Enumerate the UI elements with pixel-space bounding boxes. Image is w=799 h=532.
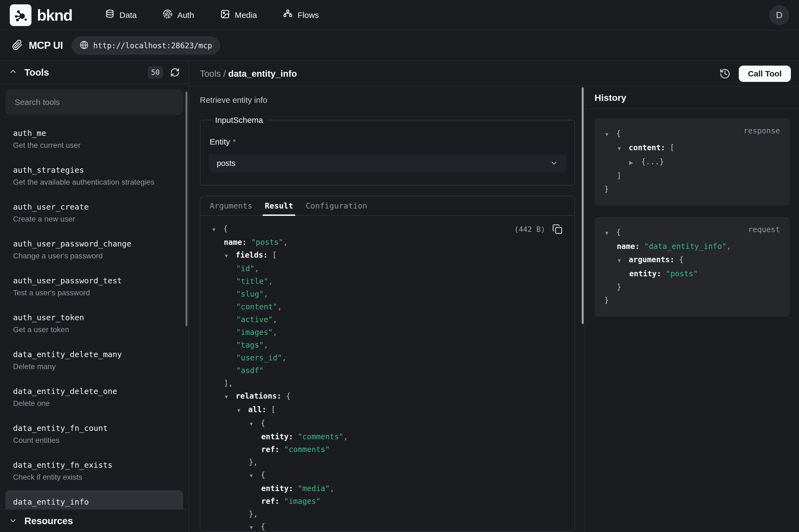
tab-arguments[interactable]: Arguments — [210, 196, 252, 215]
history-entry-tag: request — [748, 225, 780, 234]
json-line: } — [604, 294, 780, 307]
collapse-toggle-icon[interactable]: ▼ — [604, 226, 616, 240]
collapse-toggle-icon[interactable]: ▼ — [249, 469, 261, 482]
nav-item-label: Flows — [298, 11, 319, 20]
tools-sidebar: Tools 50 auth_me Get the current user au… — [0, 61, 189, 532]
tool-list-item[interactable]: auth_user_password_change Change a user'… — [5, 232, 183, 267]
tool-name: auth_user_password_change — [13, 239, 175, 248]
collapse-toggle-icon[interactable]: ▼ — [617, 254, 629, 267]
json-line: ▼arguments: { — [604, 253, 780, 267]
tool-description: Get a user token — [13, 325, 175, 334]
tool-name: data_entity_info — [13, 497, 175, 507]
tool-description: Get the current user — [13, 141, 175, 150]
json-line: ▼all: [ — [211, 403, 564, 417]
tool-description: Create a new user — [13, 215, 175, 224]
history-title: History — [594, 93, 626, 103]
tool-list-item[interactable]: auth_user_password_test Test a user's pa… — [5, 269, 183, 304]
sidebar-scrollbar[interactable] — [186, 92, 187, 326]
tool-name: auth_user_token — [13, 313, 175, 322]
chevron-up-icon — [9, 68, 17, 77]
tool-list-item[interactable]: data_entity_fn_count Count entities — [5, 417, 183, 452]
collapse-toggle-icon[interactable]: ▼ — [617, 142, 629, 155]
tool-list-item[interactable]: auth_me Get the current user — [5, 121, 183, 157]
resources-title: Resources — [24, 515, 73, 526]
top-nav: bknd Data Auth Media — [0, 0, 799, 31]
json-line: }, — [211, 456, 564, 469]
json-line: ▼{ — [211, 520, 564, 531]
result-meta: (442 B) — [514, 224, 563, 234]
user-avatar[interactable]: D — [769, 5, 789, 25]
image-icon — [220, 9, 230, 21]
mcp-url-pill[interactable]: http://localhost:28623/mcp — [72, 36, 220, 55]
brand-name: bknd — [37, 6, 72, 24]
tool-name: data_entity_delete_many — [13, 350, 175, 359]
json-line: entity: "comments", — [211, 430, 564, 443]
json-line: "tags", — [211, 339, 564, 352]
history-entry-response[interactable]: response ▼{▼content: [▶{...}]} — [594, 118, 790, 206]
json-line: ] — [604, 169, 780, 183]
nav-item-auth[interactable]: Auth — [163, 9, 194, 21]
json-line: ▼content: [ — [604, 141, 780, 155]
tool-list-item[interactable]: auth_user_create Create a new user — [5, 195, 183, 230]
tool-list-item[interactable]: data_entity_delete_one Delete one — [5, 380, 183, 415]
tool-list-item[interactable]: data_entity_fn_exists Check if entity ex… — [5, 453, 183, 489]
tool-description: Get the available authentication strateg… — [13, 178, 175, 187]
tool-list-item[interactable]: auth_strategies Get the available authen… — [5, 158, 183, 194]
main-header: Tools / data_entity_info Call Tool — [189, 61, 799, 87]
tool-detail-description: Retrieve entity info — [200, 95, 575, 104]
json-line: ], — [211, 377, 564, 390]
tab-result[interactable]: Result — [265, 196, 293, 215]
input-schema-fieldset: InputSchema Entity* posts — [200, 115, 575, 186]
breadcrumb-section[interactable]: Tools — [200, 69, 221, 79]
history-entry-request[interactable]: request ▼{name: "data_entity_info",▼argu… — [594, 217, 790, 317]
required-marker: * — [233, 137, 236, 146]
search-wrap — [0, 84, 189, 120]
collapse-toggle-icon[interactable]: ▼ — [224, 391, 236, 403]
tool-description: Test a user's password — [13, 288, 175, 297]
expand-toggle-icon[interactable]: ▶ — [629, 156, 641, 169]
json-line: ref: "images" — [211, 495, 564, 508]
nav-item-media[interactable]: Media — [220, 9, 257, 21]
refresh-icon[interactable] — [170, 68, 180, 77]
json-line: "asdf" — [211, 364, 564, 377]
main-scrollbar[interactable] — [582, 87, 584, 324]
history-cards: response ▼{▼content: [▶{...}]} request ▼… — [585, 109, 799, 326]
collapse-toggle-icon[interactable]: ▼ — [604, 128, 616, 141]
history-clock-icon[interactable] — [719, 68, 731, 79]
tab-configuration[interactable]: Configuration — [306, 196, 367, 215]
result-json-viewer: (442 B) ▼{name: "posts",▼fields: ["id","… — [201, 216, 574, 531]
json-line: } — [604, 183, 780, 196]
resources-section-header[interactable]: Resources — [0, 509, 189, 532]
collapse-toggle-icon[interactable]: ▼ — [211, 223, 223, 236]
collapse-toggle-icon[interactable]: ▼ — [249, 521, 261, 531]
nav-item-flows[interactable]: Flows — [283, 9, 319, 21]
json-line: "content", — [211, 300, 564, 313]
tools-title: Tools — [24, 67, 49, 78]
tool-detail-panel: Retrieve entity info InputSchema Entity*… — [189, 87, 585, 532]
history-panel: History response ▼{▼content: [▶{...}]} r… — [585, 87, 799, 532]
tool-description: Count entities — [13, 436, 175, 445]
tool-list-item[interactable]: data_entity_delete_many Delete many — [5, 343, 183, 378]
fingerprint-icon — [163, 9, 172, 21]
tool-name: data_entity_fn_exists — [13, 460, 175, 470]
json-line: entity: "posts" — [604, 267, 780, 280]
collapse-toggle-icon[interactable]: ▼ — [236, 404, 248, 417]
tool-name: data_entity_delete_one — [13, 387, 175, 396]
tool-list-item[interactable]: auth_user_token Get a user token — [5, 306, 183, 341]
workflow-icon — [283, 9, 293, 21]
breadcrumb: Tools / data_entity_info — [200, 69, 297, 79]
collapse-toggle-icon[interactable]: ▼ — [224, 249, 236, 262]
collapse-toggle-icon[interactable]: ▼ — [249, 418, 261, 430]
search-tools-input[interactable] — [5, 90, 183, 115]
entity-select[interactable]: posts — [209, 154, 566, 172]
nav-item-data[interactable]: Data — [105, 9, 137, 21]
copy-icon[interactable] — [552, 224, 563, 234]
entity-field-label: Entity* — [210, 137, 566, 147]
tool-list-item[interactable]: data_entity_info Retrieve entity info — [5, 490, 183, 509]
tools-section-header[interactable]: Tools 50 — [0, 61, 189, 84]
json-line: name: "posts", — [211, 236, 564, 249]
tool-description: Delete many — [13, 362, 175, 371]
brand[interactable]: bknd — [10, 4, 72, 26]
nav-item-label: Data — [120, 11, 137, 20]
call-tool-button[interactable]: Call Tool — [739, 65, 791, 82]
